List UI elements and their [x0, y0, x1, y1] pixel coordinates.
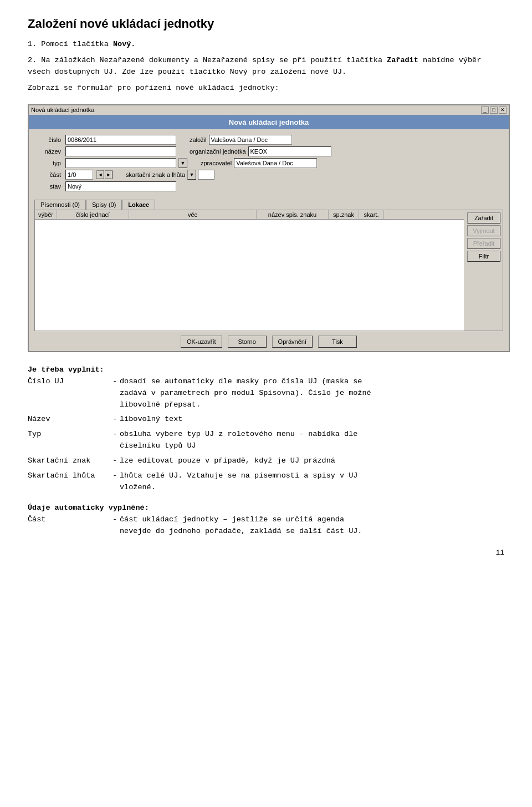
auto-def-cast: část ukládací jednotky – jestliže se urč…	[120, 514, 504, 537]
auto-item-cast: Část - část ukládací jednotky – jestliže…	[28, 514, 504, 537]
bottom-buttons-row: OK-uzavřít Storno Oprávnění Tisk	[29, 331, 509, 351]
nazev-input[interactable]	[65, 146, 176, 156]
window-titlebar: Nová ukládací jednotka _ □ ✕	[29, 105, 509, 115]
stav-label: stav	[34, 183, 63, 190]
typ-input[interactable]	[65, 158, 176, 168]
prev-arrow-button[interactable]: ◄	[96, 170, 104, 179]
fill-item-nazev: Název - libovolný text	[28, 414, 504, 425]
table-header: výběr číslo jednací věc název spis. znak…	[35, 210, 464, 220]
fill-section-title: Je třeba vyplnit:	[28, 366, 504, 374]
ok-uzavrit-button[interactable]: OK-uzavřít	[181, 336, 222, 348]
table-body	[35, 220, 464, 331]
skart-dropdown-button[interactable]: ▼	[187, 170, 196, 180]
filtr-button[interactable]: Filtr	[467, 251, 500, 262]
fill-def-skartlh: lhůta celé UJ. Vztahuje se na písemnosti…	[120, 470, 504, 494]
form-row-stav: stav	[34, 181, 503, 191]
skart-label: skartační znak a lhůta	[126, 171, 185, 178]
auto-section-title: Údaje automaticky vyplněné:	[28, 504, 504, 512]
fill-sep-cislouj: -	[110, 376, 120, 411]
zprac-label: zpracovatel	[201, 160, 232, 166]
tab-spisy[interactable]: Spisy (0)	[86, 200, 122, 210]
tisk-button[interactable]: Tisk	[318, 336, 357, 348]
preradit-button[interactable]: Přeřadit	[467, 238, 500, 249]
col-header-cislo: číslo jednací	[57, 210, 129, 219]
fill-term-skartznk: Skartační znak	[28, 455, 110, 467]
fill-sep-skartlh: -	[110, 470, 120, 494]
col-header-vec: věc	[129, 210, 257, 219]
intro-point2: 2. Na záložkách Nezařazené dokumenty a N…	[28, 55, 504, 78]
tab-pisemnosti[interactable]: Písemnosti (0)	[34, 200, 86, 210]
page-number: 11	[28, 549, 504, 557]
skart-lhuta-input[interactable]	[198, 170, 214, 180]
minimize-button[interactable]: _	[481, 106, 489, 114]
col-header-spis: název spis. znaku	[257, 210, 329, 219]
fill-item-typ: Typ - obsluha vybere typ UJ z roletového…	[28, 429, 504, 452]
col-header-skart: skart.	[359, 210, 384, 219]
fill-term-cislouj: Číslo UJ	[28, 376, 110, 411]
fill-sep-skartznk: -	[110, 455, 120, 467]
fill-def-skartznk: lze editovat pouze v případě, když je UJ…	[120, 455, 504, 467]
form-window: Nová ukládací jednotka _ □ ✕ Nová ukláda…	[28, 104, 510, 352]
window-body: Nová ukládací jednotka číslo založil náz…	[29, 115, 509, 351]
zprac-input[interactable]	[234, 158, 317, 168]
fill-sep-typ: -	[110, 429, 120, 452]
fill-term-nazev: Název	[28, 414, 110, 425]
form-fields-area: číslo založil název organizační jednotka…	[29, 133, 509, 196]
restore-button[interactable]: □	[490, 106, 498, 114]
zalozil-block: založil	[190, 135, 292, 145]
fill-term-skartlh: Skartační lhůta	[28, 470, 110, 494]
side-buttons-panel: Zařadit Vyjmout Přeřadit Filtr	[464, 210, 503, 331]
fill-def-cislouj: dosadí se automaticky dle masky pro čísl…	[120, 376, 504, 411]
auto-section: Údaje automaticky vyplněné: Část - část …	[28, 504, 504, 537]
col-header-sp: sp.znak	[329, 210, 359, 219]
window-title-label: Nová ukládací jednotka	[31, 106, 94, 113]
fill-item-cislouj: Číslo UJ - dosadí se automaticky dle mas…	[28, 376, 504, 411]
fill-item-skartznk: Skartační znak - lze editovat pouze v př…	[28, 455, 504, 467]
zalozil-input[interactable]	[209, 135, 292, 145]
fill-item-skartlh: Skartační lhůta - lhůta celé UJ. Vztahuj…	[28, 470, 504, 494]
typ-label: typ	[34, 160, 63, 166]
org-label: organizační jednotka	[190, 148, 246, 155]
form-row-nazev: název organizační jednotka	[34, 146, 503, 156]
tab-lokace[interactable]: Lokace	[122, 200, 155, 210]
skart-inputs: ▼	[187, 170, 214, 180]
intro-point1: 1. Pomocí tlačítka Nový.	[28, 39, 504, 50]
form-row-cast: část ◄ ► skartační znak a lhůta ▼	[34, 170, 503, 180]
page-title: Založení nové ukládací jednotky	[28, 17, 504, 31]
opravneni-button[interactable]: Oprávnění	[272, 336, 313, 348]
window-controls: _ □ ✕	[481, 106, 507, 114]
cast-nav-arrows: ◄ ►	[96, 170, 112, 179]
form-intro-text: Zobrazí se formulář pro pořízení nové uk…	[28, 83, 504, 94]
skart-block: skartační znak a lhůta ▼	[126, 170, 214, 180]
fill-section: Je třeba vyplnit: Číslo UJ - dosadí se a…	[28, 366, 504, 494]
typ-dropdown-button[interactable]: ▼	[178, 158, 187, 168]
zaradit-button[interactable]: Zařadit	[467, 212, 500, 224]
nazev-label: název	[34, 148, 63, 155]
tab-content-area: výběr číslo jednací věc název spis. znak…	[34, 210, 503, 331]
form-row-cislo: číslo založil	[34, 135, 503, 145]
table-area: výběr číslo jednací věc název spis. znak…	[35, 210, 464, 331]
auto-sep-cast: -	[110, 514, 120, 537]
stav-input[interactable]	[65, 181, 176, 191]
tabs-bar: Písemnosti (0) Spisy (0) Lokace	[34, 200, 503, 210]
close-button[interactable]: ✕	[499, 106, 507, 114]
auto-term-cast: Část	[28, 514, 110, 537]
vyjmout-button[interactable]: Vyjmout	[467, 225, 500, 236]
org-block: organizační jednotka	[190, 146, 331, 156]
zprac-block: zpracovatel	[201, 158, 317, 168]
cast-input[interactable]	[65, 170, 93, 180]
fill-def-typ: obsluha vybere typ UJ z roletového menu …	[120, 429, 504, 452]
cislo-input[interactable]	[65, 135, 176, 145]
cast-label: část	[34, 171, 63, 178]
tab-with-actions: výběr číslo jednací věc název spis. znak…	[35, 210, 503, 331]
fill-term-typ: Typ	[28, 429, 110, 452]
org-input[interactable]	[248, 146, 331, 156]
fill-sep-nazev: -	[110, 414, 120, 425]
form-row-typ: typ ▼ zpracovatel	[34, 158, 503, 168]
col-header-vybr: výběr	[35, 210, 57, 219]
cislo-label: číslo	[34, 136, 63, 143]
storno-button[interactable]: Storno	[228, 336, 267, 348]
zalozil-label: založil	[190, 136, 207, 143]
next-arrow-button[interactable]: ►	[105, 170, 112, 179]
form-heading: Nová ukládací jednotka	[29, 115, 509, 129]
